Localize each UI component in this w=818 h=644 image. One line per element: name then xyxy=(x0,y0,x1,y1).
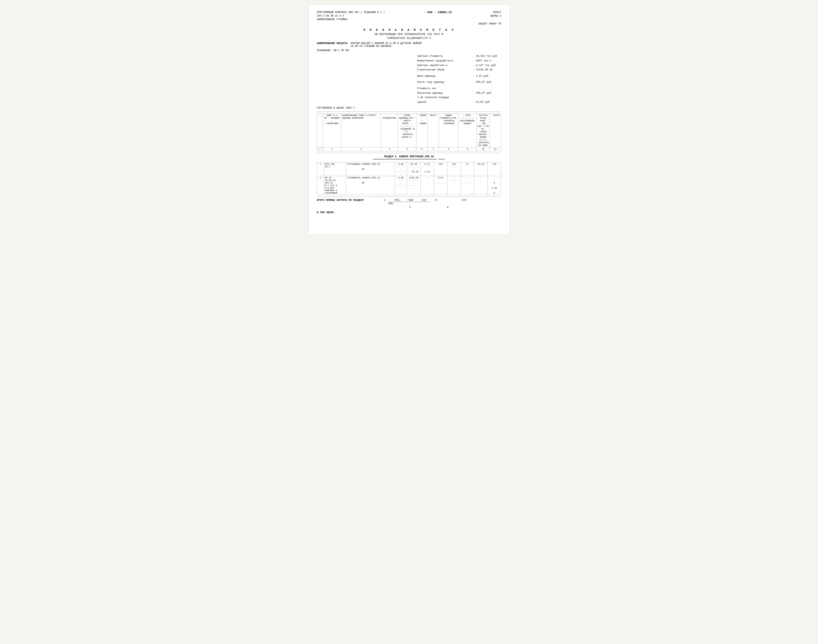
costs-zarpl-value: 3,147 тнс.руб. xyxy=(476,63,501,68)
naim-obekta: НАИМЕНОВАНИЕ ОБЪЕКТА- КРЫТЫЙ БАССЕЙ С ВА… xyxy=(317,42,501,48)
row1-vsego: 134 xyxy=(434,163,447,176)
itogo-zarpl-row: 5 6 xyxy=(380,206,501,209)
sostavlena-text: СОСТАВЛЕНА В ЦЕНАХ 1984 Г. xyxy=(317,107,356,109)
costs-m2-label: I м2 полезной площади xyxy=(417,95,472,100)
costs-stna-label: Стоимость на: xyxy=(417,86,472,91)
th-num-4: 4 xyxy=(381,147,398,151)
th-eksp-ed: : МАШИН::: МАШИН xyxy=(416,113,428,147)
itogo-row: ИТОГО ПРЯМЫЕ ЗАТРАТЫ ПО РАЗДЕЛУ 1 РУБ. 7… xyxy=(317,199,501,202)
row2-vsego: 7174- - - - - xyxy=(434,176,447,195)
itogo-rub2: РУБ. xyxy=(388,202,394,205)
th-num-9: 9 xyxy=(458,147,477,151)
costs-stroit-value: II4I6,50 м3 xyxy=(476,68,501,72)
itogo-label: ИТОГО ПРЯМЫЕ ЗАТРАТЫ ПО РАЗДЕЛУ xyxy=(317,199,380,202)
itogo-vsego: 7388 xyxy=(407,199,418,202)
razdel-title: РАЗДЕЛ 3; КАМЕРА ПРИТОЧНАЯ 2ПК-18 xyxy=(317,155,501,158)
th-num-8: 8 xyxy=(439,147,458,151)
table-header-row-2: 1 2 3 4 5 6 7 8 9 10 11 xyxy=(317,147,501,151)
center-code: - 440 - 24866-12 xyxy=(424,11,452,14)
razdel-header: РАЗДЕЛ 3; КАМЕРА ПРИТОЧНАЯ 2ПК-18 ======… xyxy=(317,155,501,161)
th-num-1: 1 xyxy=(317,147,323,151)
row1-trud: 178 xyxy=(487,163,501,176)
row2-trud: -51,606 xyxy=(487,176,501,195)
itogo-zarpl2: 5 xyxy=(409,206,418,209)
data-table: 1 Е28-78838-1 +УСТАНОВКА КАМЕРЫ 2ПК-18 Ш… xyxy=(317,162,501,195)
naim-value: КРЫТЫЙ БАССЕЙ С ВАННОЙ 25.8,5М И ДЕТСКОЙ… xyxy=(351,42,501,48)
costs-cena-value: 2,51 руб. xyxy=(476,74,501,79)
sostavlena: СОСТАВЛЕНА В ЦЕНАХ 1984 Г. xyxy=(317,107,501,109)
th-naim: НАИМЕНОВАНИЕ РАБОТ И ЗАТРАТ,ЕДИНИЦА ИЗМЕ… xyxy=(341,113,381,147)
th-num-11: 11 xyxy=(490,147,501,151)
osnov-line: ОСНОВАНИЕ: ОВ-1 ПО ОВ- xyxy=(317,49,501,52)
costs-rasch2-label: Расчетную единицу xyxy=(417,91,472,96)
row1-naim: +УСТАНОВКА КАМЕРЫ 2ПК-18 ШТ xyxy=(346,163,395,176)
costs-smetnaya-value: 28,633 тнс.руб xyxy=(476,54,501,59)
costs-row-smetnaya: Сметная стоимость - 28,633 тнс.руб xyxy=(417,54,501,59)
naim-label: НАИМЕНОВАНИЕ ОБЪЕКТА- xyxy=(317,42,351,48)
costs-smetnaya-label: Сметная стоимость xyxy=(417,54,472,59)
costs-norm-value: 4937 чел.ч. xyxy=(476,59,501,63)
doc-number: 294-3-56.90 an 9.4 xyxy=(317,14,385,18)
table-row: 2 ПР-НТ23-98-81А0П.24П.1 К=1.1К=1.887СБО… xyxy=(317,176,501,195)
doc-id: 39823 xyxy=(490,11,501,14)
th-vsego-ed: :СТОИМ. ЕДИНИЦЫ,РУБ.:: ВСЕГО : ЗКОПЛ. ::… xyxy=(398,113,416,147)
costs-row-zdan: здания - I2,8I руб. xyxy=(417,100,501,105)
table-row: 1 Е28-78838-1 +УСТАНОВКА КАМЕРЫ 2ПК-18 Ш… xyxy=(317,163,501,176)
row2-zarpl: -- - - - - xyxy=(447,176,461,195)
itogo-mashin: 17 xyxy=(434,199,443,202)
th-num-2: 2 xyxy=(323,147,341,151)
itogo-trud: 178 xyxy=(462,199,470,202)
row2-eksp2: -- xyxy=(474,176,487,195)
costs-rasch-value: I05,07 руб. xyxy=(476,80,501,85)
row1-n: 1 xyxy=(317,163,324,176)
th-trud: : ВСЕГО xyxy=(490,113,501,147)
row2-mashin: -- - - - - xyxy=(461,176,474,195)
separator-2 xyxy=(317,153,501,153)
razdel-eq: ========================================… xyxy=(317,158,501,161)
itogo-rub1: РУБ. xyxy=(395,199,403,202)
vtchisle-row: В ТОМ ЧИСЛЕ: xyxy=(317,211,501,214)
strojka-label: НАИМЕНОВАНИЕ СТРОЙКИ- xyxy=(317,18,385,21)
object-line: ОБЪЕКТ НОМЕР ТП xyxy=(317,23,501,25)
costs-row-rasch: Расче тнур единицу - I05,07 руб. xyxy=(417,80,501,85)
costs-row-stna: Стоимость на: xyxy=(417,86,501,91)
itogo-zarpl: 131 xyxy=(422,199,430,202)
program-name: ПРОГРАММНЫЙ КОМПЛЕКС АВС-ЗЕС ( РЕДАКЦИЯ … xyxy=(317,11,385,14)
itogo-trud2: 6 xyxy=(447,206,449,209)
row1-shifer: Е28-78838-1 xyxy=(324,163,346,176)
th-eksp2: ЗАТРАТЫ ТРУДА РАБО-: ЧИХ, ЧЕЛ.-Ч НЕ ЗА-:… xyxy=(477,113,490,147)
costs-row-zarpl: Сметная заработная а - 3,147 тнс.руб. xyxy=(417,63,501,68)
title-main: Л О К А Л Ь Н А Я С М Е Т А 3 xyxy=(317,28,501,32)
row2-shifer: ПР-НТ23-98-81А0П.24П.1 К=1.1К=1.887СБОРН… xyxy=(324,176,346,195)
row1-mashin: 17 xyxy=(461,163,474,176)
itogo-sub-row: РУБ. xyxy=(388,202,430,205)
th-kol: ::КОЛИЧЕСТВО: xyxy=(381,113,398,147)
th-num-3: 3 xyxy=(341,147,381,151)
th-num-5: 5 xyxy=(398,147,416,151)
th-shifer: : ШИФР И Н :ПП : ПОЗИЦИИ :: НОРМАТИВА: xyxy=(323,113,341,147)
th-num-10: 10 xyxy=(477,147,490,151)
costs-zdan-label: здания xyxy=(417,100,472,105)
costs-table: Сметная стоимость - 28,633 тнс.руб Норма… xyxy=(417,54,501,104)
vtchisle-label: В ТОМ ЧИСЛЕ: xyxy=(317,211,335,214)
row1-vsego-ed: 33,40- - - - -- 25,28 xyxy=(407,163,420,176)
header-right: 39823 ФОРМА 4 xyxy=(490,11,501,18)
row1-eksp-ed: 4,14- - - - -1,24 xyxy=(420,163,434,176)
row2-kol: 4,88- - - - -- - - - - xyxy=(395,176,407,195)
header-left: ПРОГРАММНЫЙ КОМПЛЕКС АВС-ЗЕС ( РЕДАКЦИЯ … xyxy=(317,11,385,21)
itogo-ed: 1 xyxy=(384,199,390,202)
costs-norm-label: Нормативная трудоём*ость xyxy=(417,59,472,63)
main-table: : : ШИФР И Н :ПП : ПОЗИЦИИ :: НОРМАТИВА:… xyxy=(317,113,501,151)
costs-zdan-value: I2,8I руб. xyxy=(476,100,501,105)
page: ПРОГРАММНЫЙ КОМПЛЕКС АВС-ЗЕС ( РЕДАКЦИЯ … xyxy=(308,4,510,235)
row2-n: 2 xyxy=(317,176,324,195)
title-section: Л О К А Л Ь Н А Я С М Е Т А 3 НА ВЕНТИЛЯ… xyxy=(317,28,501,40)
costs-zarpl-label: Сметная заработная а xyxy=(417,63,472,68)
costs-stroit-label: Строительный объём xyxy=(417,68,472,72)
row1-eksp2: 42,52 xyxy=(474,163,487,176)
costs-row-m2: I м2 полезной площади xyxy=(417,95,501,100)
row1-kol: 4,88- - - - -- - - - - xyxy=(395,163,407,176)
title-sub2: ТЕМПЕРАТУРЕ-45(ВАРИАНТ)ГР С xyxy=(317,37,501,40)
separator-3 xyxy=(317,196,501,197)
th-n: : xyxy=(317,113,323,147)
